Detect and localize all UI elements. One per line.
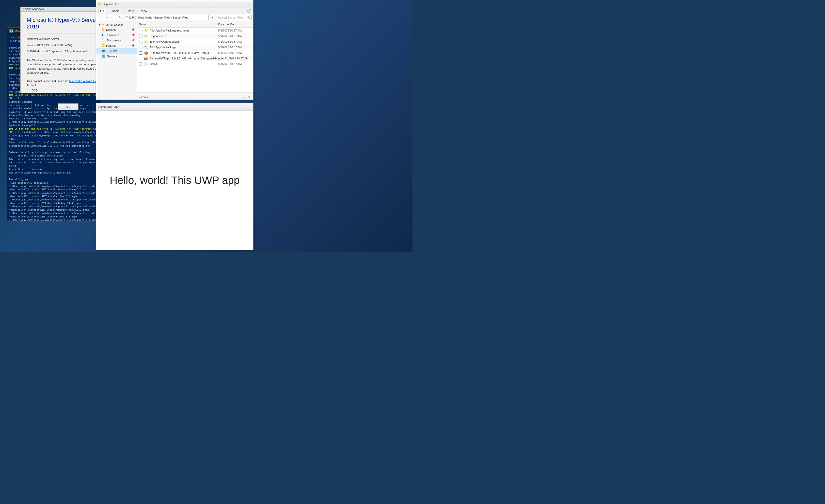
column-header-name[interactable]: Name <box>139 23 218 26</box>
pin-icon: 📌 <box>132 28 135 31</box>
file-checkbox[interactable] <box>139 46 143 49</box>
sidebar-item-downloads-label: Downloads <box>106 33 120 37</box>
search-box[interactable]: Search SupportFiles 🔍 <box>216 15 252 20</box>
pin-icon4: 📌 <box>132 44 135 47</box>
ribbon-tab-home[interactable]: Home <box>110 9 121 13</box>
address-part-supportfiles1[interactable]: SupportFiles <box>154 16 170 19</box>
install-file-icon: 📄 <box>144 62 148 66</box>
up-button[interactable]: ↑ <box>111 15 117 20</box>
explorer-minimize-button[interactable]: − <box>234 2 239 6</box>
explorer-body: ▼ ★ Quick access 🖥 Desktop 📌 ⬇ Downloads… <box>96 21 253 99</box>
file-checkbox[interactable] <box>139 34 143 38</box>
address-sep2: › <box>153 16 154 19</box>
sidebar-item-desktop[interactable]: 🖥 Desktop 📌 <box>96 27 137 32</box>
address-part-thispc[interactable]: This PC <box>126 16 136 19</box>
explorer-window-controls: − □ × <box>234 2 252 6</box>
table-row[interactable]: 📄 Install 5/1/2023 10:37 AM <box>137 61 253 67</box>
explorer-toolbar: ← → ↑ ↻ This PC › Downloads › SupportFil… <box>96 14 253 21</box>
table-row[interactable]: 📦 DummyUWPApp_1.0.2.0_x86_x64_arm_Debug … <box>137 50 253 56</box>
file-name: Dependencies <box>150 34 217 38</box>
address-sep3: › <box>171 16 172 19</box>
powershell-icon: PS <box>9 29 13 33</box>
table-row[interactable]: 📦 DummyUWPApp_1.0.2.0_x86_x64_arm_Debug.… <box>137 56 253 61</box>
ribbon-tab-share[interactable]: Share <box>125 9 135 13</box>
uwp-close-button[interactable]: × <box>246 105 251 109</box>
ribbon-tab-file[interactable]: File <box>98 9 106 13</box>
quick-access-header[interactable]: ▼ ★ Quick access <box>96 22 137 27</box>
ribbon-tab-view[interactable]: View <box>139 9 149 13</box>
explorer-title: SupportFiles <box>103 3 233 6</box>
view-icons: ☰ ⊞ <box>241 95 251 99</box>
table-row[interactable]: 📁 Add-AppDevPackage.resources 5/1/2023 1… <box>137 28 253 33</box>
refresh-button[interactable]: ↻ <box>118 15 123 20</box>
file-checkbox[interactable] <box>139 63 143 66</box>
file-name: Add-AppDevPackage <box>150 46 217 49</box>
column-header-date[interactable]: Date modified <box>218 23 251 26</box>
address-sep1: › <box>137 16 137 19</box>
explorer-titlebar: 📁 SupportFiles − □ × <box>96 0 253 8</box>
msixbundle-file-icon: 📦 <box>144 57 148 61</box>
bundle-file-icon: 📦 <box>144 51 148 55</box>
pin-icon2: 📌 <box>132 33 135 36</box>
file-name: DummyUWPApp_1.0.2.0_x86_x64_arm_Debug <box>150 51 217 54</box>
uwp-titlebar: DummyUWPApp − □ × <box>96 103 253 111</box>
uwp-window-controls: − □ × <box>233 105 251 109</box>
file-date: 5/1/2023 10:37 AM <box>218 51 251 54</box>
address-part-supportfiles2[interactable]: SupportFiles <box>172 16 188 19</box>
file-checkbox[interactable] <box>139 29 143 32</box>
about-terms-label: Terms to: <box>27 84 38 87</box>
sidebar-item-pictures[interactable]: 🖼 Pictures 📌 <box>96 43 137 48</box>
uwp-app-window: DummyUWPApp − □ × Hello, world! This UWP… <box>96 103 253 250</box>
tiles-view-button[interactable]: ⊞ <box>247 95 251 99</box>
explorer-close-button[interactable]: × <box>246 2 252 6</box>
status-bar: 7 items ☰ ⊞ <box>137 94 253 99</box>
table-row[interactable]: 📁 Dependencies 5/1/2023 10:37 AM <box>137 33 253 39</box>
table-row[interactable]: 🔧 Add-AppDevPackage 5/1/2023 10:37 AM <box>137 45 253 50</box>
uwp-content: Hello, world! This UWP app <box>96 111 253 250</box>
search-icon: 🔍 <box>246 16 250 19</box>
desktop-folder-icon: 🖥 <box>101 28 105 31</box>
file-checkbox[interactable] <box>139 51 143 55</box>
table-row[interactable]: 📁 TelemetryDependencies 5/1/2023 10:37 A… <box>137 39 253 45</box>
address-part-downloads[interactable]: Downloads <box>138 16 152 19</box>
uwp-maximize-button[interactable]: □ <box>239 105 245 109</box>
search-placeholder: Search SupportFiles <box>218 16 243 19</box>
file-checkbox[interactable] <box>139 40 143 44</box>
file-name: TelemetryDependencies <box>150 40 217 43</box>
uwp-hello-text: Hello, world! This UWP app <box>110 174 240 187</box>
sidebar-item-desktop-label: Desktop <box>106 28 116 31</box>
forward-button[interactable]: → <box>104 15 110 20</box>
chevron-down-icon: ▼ <box>98 23 101 26</box>
dropdown-button[interactable]: ▼ <box>210 15 215 20</box>
address-bar[interactable]: This PC › Downloads › SupportFiles › Sup… <box>124 15 209 20</box>
sidebar-item-pictures-label: Pictures <box>106 44 116 47</box>
file-list: 📁 Add-AppDevPackage.resources 5/1/2023 1… <box>137 28 253 91</box>
sidebar-item-thispc[interactable]: 💻 This PC <box>96 48 137 54</box>
explorer-folder-icon: 📁 <box>98 2 102 6</box>
script-file-icon: 🔧 <box>144 46 148 49</box>
sidebar-item-network[interactable]: 🌐 Network <box>96 54 137 59</box>
file-date: 5/1/2023 10:37 AM <box>218 63 251 66</box>
horizontal-scrollbar[interactable] <box>137 92 253 93</box>
downloads-folder-icon: ⬇ <box>101 33 104 37</box>
back-button[interactable]: ← <box>98 15 103 20</box>
thispc-icon: 💻 <box>101 49 105 53</box>
about-ok-button[interactable]: OK <box>58 103 78 110</box>
help-icon[interactable]: ? <box>247 9 251 13</box>
explorer-maximize-button[interactable]: □ <box>240 2 246 6</box>
file-name: Install <box>150 63 217 66</box>
file-checkbox[interactable] <box>139 57 142 60</box>
file-explorer-window: 📁 SupportFiles − □ × File Home Share Vie… <box>96 0 253 100</box>
folder-icon: 📁 <box>144 40 148 44</box>
sidebar-item-downloads[interactable]: ⬇ Downloads 📌 <box>96 32 137 38</box>
folder-icon: 📁 <box>144 29 148 32</box>
file-date: 5/1/2023 10:37 AM <box>225 57 251 60</box>
details-view-button[interactable]: ☰ <box>241 95 246 99</box>
explorer-ribbon: File Home Share View ? <box>96 8 253 14</box>
uwp-minimize-button[interactable]: − <box>233 105 239 109</box>
file-name: Add-AppDevPackage.resources <box>150 29 217 32</box>
sidebar-item-documents[interactable]: 📄 Documents 📌 <box>96 38 137 43</box>
nav-pane: ▼ ★ Quick access 🖥 Desktop 📌 ⬇ Downloads… <box>96 21 137 99</box>
file-date: 5/1/2023 10:37 AM <box>218 34 251 38</box>
sidebar-item-network-label: Network <box>107 55 117 58</box>
